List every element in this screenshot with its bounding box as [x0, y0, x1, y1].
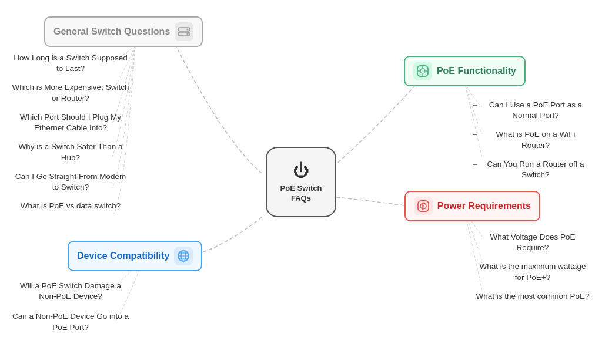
category-poe[interactable]: PoE Functionality — [404, 56, 526, 86]
general-q2: Which is More Expensive: Switch or Route… — [12, 82, 129, 103]
center-label: PoE Switch FAQs — [280, 184, 322, 204]
device-questions: Will a PoE Switch Damage a Non-PoE Devic… — [12, 281, 129, 341]
category-device-label: Device Compatibility — [77, 251, 169, 261]
general-q4: Why is a Switch Safer Than a Hub? — [12, 141, 129, 163]
general-q5: Can I Go Straight From Modem to Switch? — [12, 171, 129, 193]
category-power[interactable]: Power Requirements — [404, 191, 540, 221]
device-q1: Will a PoE Switch Damage a Non-PoE Devic… — [12, 281, 129, 302]
device-icon — [174, 247, 193, 265]
general-q1: How Long is a Switch Supposed to Last? — [12, 53, 129, 74]
svg-point-2 — [187, 29, 189, 31]
category-general[interactable]: General Switch Questions — [44, 16, 203, 47]
category-device[interactable]: Device Compatibility — [68, 241, 202, 271]
general-icon — [175, 22, 193, 41]
device-q2: Can a Non-PoE Device Go into a PoE Port? — [12, 311, 129, 332]
poe-questions: Can I Use a PoE Port as a Normal Port? W… — [473, 100, 590, 188]
center-node: ⏻ PoE Switch FAQs — [266, 147, 336, 217]
general-questions: How Long is a Switch Supposed to Last? W… — [12, 53, 129, 220]
category-general-label: General Switch Questions — [53, 26, 170, 37]
category-power-label: Power Requirements — [437, 201, 531, 211]
category-poe-label: PoE Functionality — [437, 66, 516, 76]
poe-q2: What is PoE on a WiFi Router? — [473, 129, 590, 150]
general-q6: What is PoE vs data switch? — [12, 201, 129, 211]
plug-icon: ⏻ — [293, 161, 309, 180]
mind-map: ⏻ PoE Switch FAQs General Switch Questio… — [0, 0, 602, 364]
power-q2: What is the maximum wattage for PoE+? — [467, 261, 590, 282]
svg-point-3 — [187, 33, 189, 35]
power-questions: What Voltage Does PoE Require? What is t… — [467, 232, 590, 310]
power-icon — [414, 197, 433, 215]
poe-icon — [413, 62, 432, 80]
power-q3: What is the most common PoE? — [467, 291, 590, 302]
poe-q1: Can I Use a PoE Port as a Normal Port? — [473, 100, 590, 121]
poe-q3: Can You Run a Router off a Switch? — [473, 159, 590, 180]
power-q1: What Voltage Does PoE Require? — [467, 232, 590, 253]
general-q3: Which Port Should I Plug My Ethernet Cab… — [12, 112, 129, 133]
svg-point-5 — [420, 69, 425, 73]
